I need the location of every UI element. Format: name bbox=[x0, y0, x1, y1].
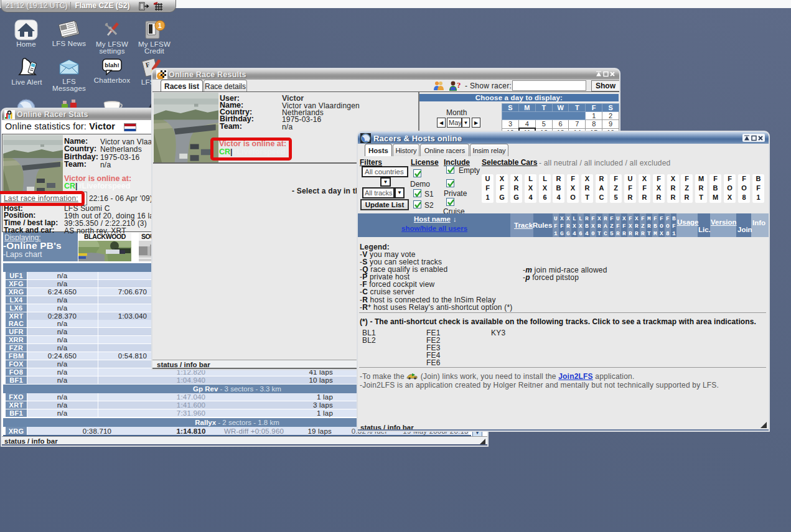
svg-text:1: 1 bbox=[158, 22, 162, 29]
svg-text:?: ? bbox=[457, 80, 461, 90]
svg-text:blah!: blah! bbox=[105, 62, 119, 68]
